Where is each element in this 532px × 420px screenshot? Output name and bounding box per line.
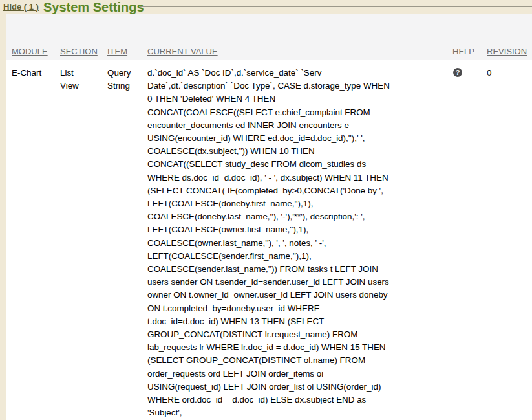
help-question-icon[interactable]: ? bbox=[453, 68, 462, 77]
cell-section: List View bbox=[60, 67, 94, 93]
column-header-help: HELP bbox=[452, 47, 474, 56]
cell-revision: 0 bbox=[487, 67, 491, 80]
cell-module: E-Chart bbox=[12, 67, 54, 80]
fieldset-top-rule bbox=[140, 6, 532, 7]
table-header-row: MODULE SECTION ITEM CURRENT VALUE HELP R… bbox=[6, 14, 532, 60]
fieldset-left-border bbox=[1, 6, 1, 420]
column-header-current-value[interactable]: CURRENT VALUE bbox=[147, 47, 218, 56]
hide-section-link[interactable]: Hide ( 1 ) bbox=[3, 2, 39, 12]
column-header-item[interactable]: ITEM bbox=[107, 47, 127, 56]
cell-current-value: d.`doc_id` AS `Doc ID`,d.`service_date` … bbox=[147, 67, 471, 419]
system-settings-page: Hide ( 1 ) System Settings MODULE SECTIO… bbox=[0, 0, 532, 420]
page-title: System Settings bbox=[43, 0, 144, 15]
settings-table-panel: MODULE SECTION ITEM CURRENT VALUE HELP R… bbox=[6, 14, 532, 420]
column-header-module[interactable]: MODULE bbox=[12, 47, 48, 56]
column-header-revision[interactable]: REVISION bbox=[487, 47, 527, 56]
column-header-section[interactable]: SECTION bbox=[60, 47, 98, 56]
cell-item: Query String bbox=[107, 67, 141, 93]
